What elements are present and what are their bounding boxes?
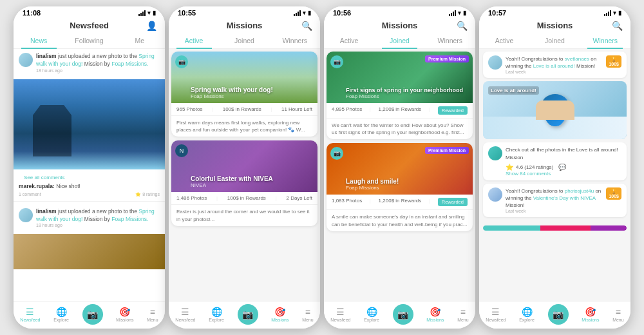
nav-missions-4[interactable]: 🎯 Missions (582, 307, 599, 322)
tab-joined-4[interactable]: Joined (529, 33, 580, 48)
menu-icon-1: ≡ (150, 307, 155, 317)
explore-icon-4: 🌐 (522, 307, 533, 317)
person-icon[interactable]: 👤 (146, 21, 157, 31)
tab-active-2[interactable]: Active (169, 33, 219, 48)
nav-menu-3[interactable]: ≡ Menu (457, 307, 469, 322)
photo-mission-link[interactable]: Love is all around! (576, 147, 618, 153)
nav-label-newsfeed-2: Newsfeed (175, 318, 195, 322)
mission-title-firstspring: First signs of spring in your neighborho… (346, 87, 468, 93)
nav-menu-1[interactable]: ≡ Menu (147, 307, 158, 322)
mission-title-easter: Colorful Easter with NIVEA (191, 175, 273, 182)
camera-icon-1[interactable]: 📷 (82, 304, 103, 325)
mission-stats-easter: 1,486 Photos | 100$ in Rewards | 2 Days … (171, 192, 317, 205)
mission-card-easter[interactable]: N Colorful Easter with NIVEA NIVEA 1,486… (171, 140, 317, 225)
nav-label-newsfeed-1: Newsfeed (20, 318, 40, 322)
mission-card-spring[interactable]: 📷 Spring walk with your dog! Foap Missio… (171, 52, 317, 137)
nav-menu-4[interactable]: ≡ Menu (612, 307, 624, 322)
wifi-icon-3: ▾ (458, 10, 461, 16)
show-comments-link[interactable]: Show 84 comments (506, 171, 621, 177)
nav-menu-2[interactable]: ≡ Menu (302, 307, 314, 322)
mission-card-laugh[interactable]: 📷 Premium Mission Laugh and smile! Foap … (327, 143, 473, 231)
tab-me[interactable]: Me (115, 33, 165, 48)
nav-newsfeed-1[interactable]: ☰ Newsfeed (20, 307, 40, 322)
tab-news[interactable]: News (14, 33, 64, 48)
photo-mission-text2: Mission (506, 155, 523, 160)
tab-winners-4[interactable]: Winners (580, 33, 630, 48)
feed-by-2: Mission by (84, 216, 112, 222)
nav-explore-4[interactable]: 🌐 Explore (519, 307, 535, 322)
battery-icon-2: ▮ (308, 10, 311, 16)
comment-meta: 1 comment ⭐ 8 ratings (19, 192, 160, 197)
nav-newsfeed-2[interactable]: ☰ Newsfeed (175, 307, 195, 322)
bottom-nav-1: ☰ Newsfeed 🌐 Explore 📷 🎯 Missions ≡ Menu (14, 301, 165, 329)
nav-label-missions-2: Missions (271, 318, 289, 322)
camera-icon-4[interactable]: 📷 (548, 304, 569, 325)
tab-following[interactable]: Following (64, 33, 114, 48)
mission-card-firstspring[interactable]: 📷 Premium Mission First signs of spring … (327, 52, 473, 139)
photo-row-inner: Check out all the photos in the Love is … (488, 146, 621, 176)
signal-icon-2 (294, 10, 301, 16)
nav-newsfeed-4[interactable]: ☰ Newsfeed (486, 307, 506, 322)
mission-org-easter: NIVEA (191, 182, 273, 188)
winner-user-2[interactable]: photosjust4u (565, 188, 594, 194)
winner-avatar-1 (488, 55, 502, 70)
bottom-nav-4: ☰ Newsfeed 🌐 Explore 📷 🎯 Missions ≡ Menu (479, 301, 630, 329)
camera-icon-3[interactable]: 📷 (393, 304, 413, 325)
image-overlay-text: Love is all around! (488, 86, 539, 95)
nivea-image: NIVEA Love is all around! (483, 81, 627, 139)
nav-camera-3[interactable]: 📷 (393, 304, 413, 325)
rating-value: 4.6 (124 ratings) (516, 164, 553, 170)
newsfeed-icon-4: ☰ (491, 307, 500, 317)
winner-mission-1[interactable]: Love is all around! (533, 63, 575, 69)
search-icon-3[interactable]: 🔍 (457, 21, 468, 31)
nav-camera-2[interactable]: 📷 (238, 304, 258, 325)
see-all-comments[interactable]: See all comments (19, 172, 160, 183)
nav-newsfeed-3[interactable]: ☰ Newsfeed (330, 307, 350, 322)
tab-bar-4: Active Joined Winners (479, 33, 630, 49)
rating-row: ⭐ 4.6 (124 ratings) 💬 (506, 164, 621, 171)
battery-icon-3: ▮ (463, 10, 466, 16)
tab-active-4[interactable]: Active (479, 33, 529, 48)
tab-winners-3[interactable]: Winners (425, 33, 475, 48)
missions-icon-3: 🎯 (430, 307, 440, 317)
nav-missions-1[interactable]: 🎯 Missions (116, 307, 133, 322)
feed-org-1[interactable]: Foap Missions. (111, 61, 148, 67)
feed-text-2: linalism just uploaded a new photo to th… (36, 208, 160, 228)
mission-text-2: Mission! (506, 202, 524, 208)
tab-active-3[interactable]: Active (324, 33, 374, 48)
mission-title-block-firstspring: First signs of spring in your neighborho… (346, 87, 468, 99)
mission-org-spring: Foap Missions (191, 93, 273, 99)
reward-firstspring: 1,200$ in Rewards (379, 106, 422, 115)
page-title-4: Missions (537, 21, 573, 30)
photo-mission-row: Check out all the photos in the Love is … (483, 142, 627, 180)
tab-joined-2[interactable]: Joined (219, 33, 269, 48)
pink-bar (540, 225, 591, 231)
tab-bar-2: Active Joined Winners (169, 33, 320, 49)
camera-icon-2[interactable]: 📷 (238, 304, 258, 325)
nav-explore-3[interactable]: 🌐 Explore (364, 307, 379, 322)
search-icon-2[interactable]: 🔍 (301, 21, 312, 31)
winner-prize-1: 🏆 100$ (606, 55, 621, 68)
missions-icon-2: 🎯 (274, 307, 285, 317)
tab-joined-3[interactable]: Joined (374, 33, 424, 48)
missions-joined-content: 📷 Premium Mission First signs of spring … (324, 49, 475, 301)
tab-winners-2[interactable]: Winners (270, 33, 320, 48)
winner-mission-2[interactable]: Valentine's Day with NIVEA (533, 195, 596, 201)
explore-icon: 🌐 (56, 307, 67, 317)
premium-badge-firstspring: Premium Mission (425, 55, 469, 62)
nav-explore-2[interactable]: 🌐 Explore (209, 307, 224, 322)
time-1: 11:08 (23, 9, 41, 17)
search-icon-4[interactable]: 🔍 (612, 21, 623, 31)
nav-explore-1[interactable]: 🌐 Explore (53, 307, 69, 322)
camera-circle-firstspring: 📷 (330, 55, 343, 68)
feed-org-2[interactable]: Foap Missions. (111, 216, 148, 222)
winner-user-1[interactable]: svetlanaes (565, 56, 589, 62)
newsfeed-icon-2: ☰ (181, 307, 189, 317)
nav-missions-3[interactable]: 🎯 Missions (426, 307, 444, 322)
tab-bar-3: Active Joined Winners (324, 33, 475, 49)
nav-camera-4[interactable]: 📷 (548, 304, 569, 325)
feed-image-1 (14, 79, 165, 169)
bottom-nav-3: ☰ Newsfeed 🌐 Explore 📷 🎯 Missions ≡ Menu (324, 301, 475, 329)
nav-camera-1[interactable]: 📷 (82, 304, 103, 325)
nav-missions-2[interactable]: 🎯 Missions (271, 307, 289, 322)
